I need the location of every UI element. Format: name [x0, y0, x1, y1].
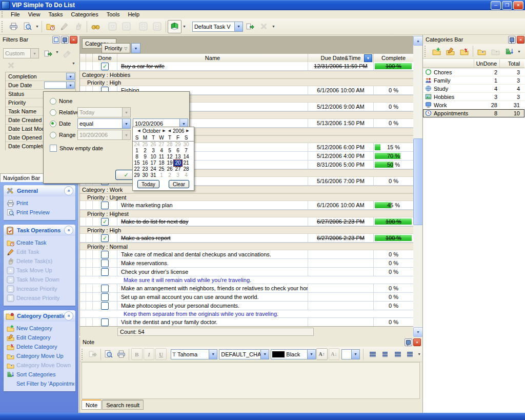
- task-complete-cell[interactable]: 0 %: [374, 177, 413, 185]
- calendar-day-selected[interactable]: 20: [174, 160, 182, 166]
- task-due-date[interactable]: [308, 284, 374, 292]
- calendar-day[interactable]: 3: [149, 148, 157, 154]
- task-complete-cell[interactable]: 100 %: [374, 62, 413, 70]
- menu-tasks[interactable]: Tasks: [44, 11, 67, 18]
- done-checkbox[interactable]: ✓: [101, 63, 109, 70]
- task-due-date[interactable]: 6/1/2006 10:00 AM: [308, 86, 374, 94]
- menu-categories[interactable]: Categories: [67, 11, 103, 18]
- collapse-chevron-icon[interactable]: »: [64, 186, 73, 195]
- priority-group-row[interactable]: Priority : Highest: [80, 210, 413, 217]
- calendar-day[interactable]: 16: [141, 160, 149, 166]
- print-preview-dropdown[interactable]: ▼: [34, 25, 40, 28]
- calendar-day[interactable]: 1: [133, 148, 141, 154]
- calendar-day[interactable]: 14: [182, 154, 190, 160]
- edit-task-button[interactable]: [57, 20, 71, 33]
- category-move-down-button[interactable]: [489, 45, 502, 58]
- radio-relative[interactable]: [50, 109, 56, 116]
- column-done[interactable]: Done: [93, 54, 117, 62]
- delete-task-button[interactable]: [71, 20, 85, 33]
- note-preview-button[interactable]: [103, 348, 115, 361]
- edit-category-button[interactable]: [443, 45, 457, 58]
- task-complete-cell[interactable]: 0 %: [374, 103, 413, 111]
- task-name[interactable]: Make to do list for next day: [117, 217, 308, 226]
- nav-item-task-move-down[interactable]: Task Move Down: [6, 275, 74, 284]
- nav-item-delete-task-s-[interactable]: Delete Task(s): [6, 256, 74, 266]
- scroll-thumb[interactable]: [413, 138, 423, 225]
- nav-item-decrease-priority[interactable]: Decrease Priority: [6, 293, 74, 303]
- prev-month-button[interactable]: ◀: [137, 129, 140, 133]
- calendar-day[interactable]: 4: [157, 148, 166, 154]
- menu-file[interactable]: File: [7, 11, 24, 18]
- calendar-day[interactable]: 15: [133, 160, 141, 166]
- nav-item-create-task[interactable]: Create Task: [6, 238, 74, 247]
- close-filters-button[interactable]: ×: [70, 36, 77, 44]
- italic-button[interactable]: I: [144, 348, 155, 360]
- nav-item-edit-category[interactable]: Edit Category: [6, 333, 74, 342]
- task-row[interactable]: Make an arrangement with neighbors, frie…: [80, 284, 413, 293]
- task-complete-cell[interactable]: 0 %: [374, 284, 413, 292]
- task-due-date[interactable]: [308, 268, 374, 276]
- calendar-day[interactable]: 5: [166, 148, 174, 154]
- restore-button[interactable]: ❐: [502, 1, 512, 10]
- task-name[interactable]: Write marketing plan: [117, 201, 308, 209]
- new-category-button[interactable]: [430, 45, 443, 58]
- nav-item-increase-priority[interactable]: Increase Priority: [6, 284, 74, 293]
- category-row-family[interactable]: Family13: [423, 76, 524, 85]
- note-export-button[interactable]: [86, 348, 98, 361]
- calendar-day[interactable]: 31: [149, 172, 157, 178]
- range-from-combo[interactable]: 10/20/2006 ▼: [77, 130, 131, 140]
- clear-button[interactable]: Clear: [169, 180, 189, 188]
- filter-option-none[interactable]: None: [50, 96, 72, 106]
- close-button[interactable]: ×: [513, 1, 523, 10]
- bullet-list-dropdown[interactable]: ▼: [416, 352, 422, 356]
- menu-help[interactable]: Help: [124, 11, 144, 18]
- calendar-day[interactable]: 11: [157, 154, 166, 160]
- task-due-date[interactable]: 5/12/2006 9:00 AM: [308, 103, 374, 111]
- task-due-date[interactable]: 5/16/2006 7:00 PM: [308, 177, 374, 185]
- task-view-combo[interactable]: Default Task V ▼: [192, 22, 243, 32]
- toolbar-overflow[interactable]: ▼: [71, 62, 76, 65]
- category-group-row[interactable]: Category : Hobbies: [80, 71, 413, 78]
- category-group-row[interactable]: Category : Work: [80, 186, 413, 193]
- task-due-date[interactable]: [308, 302, 374, 310]
- task-name[interactable]: Take care of medical and dental checkups…: [117, 250, 308, 258]
- menu-view[interactable]: View: [24, 11, 45, 18]
- custom-filter-combo[interactable]: Custom ▼: [3, 48, 39, 58]
- calendar-day[interactable]: 6: [174, 148, 182, 154]
- task-complete-cell[interactable]: 0 %: [374, 293, 413, 301]
- apply-view-button[interactable]: [243, 20, 257, 33]
- calendar-day[interactable]: 26: [166, 166, 174, 172]
- radio-range[interactable]: [50, 132, 56, 138]
- calendar-day[interactable]: 27: [174, 166, 182, 172]
- nav-group-header[interactable]: General »: [4, 185, 75, 196]
- task-row[interactable]: Visit the dentist and your family doctor…: [80, 318, 413, 327]
- task-complete-cell[interactable]: 50 %: [374, 161, 413, 169]
- task-complete-cell[interactable]: 45 %: [374, 201, 413, 209]
- task-complete-cell[interactable]: 0 %: [374, 250, 413, 258]
- task-name[interactable]: Make reservations.: [117, 259, 308, 267]
- calendar-day[interactable]: 30: [182, 142, 190, 148]
- calendar-day[interactable]: 2: [166, 172, 174, 178]
- task-complete-cell[interactable]: 0 %: [374, 302, 413, 310]
- task-complete-cell[interactable]: 0 %: [374, 259, 413, 267]
- calendar-day[interactable]: 12: [166, 154, 174, 160]
- calendar-day[interactable]: 24: [149, 166, 157, 172]
- minimize-button[interactable]: ─: [491, 1, 501, 10]
- done-checkbox[interactable]: [101, 251, 109, 258]
- nav-group-header[interactable]: Task Operations »: [4, 225, 75, 236]
- task-complete-cell[interactable]: 100 %: [374, 234, 413, 242]
- task-complete-cell[interactable]: 0 %: [374, 119, 413, 127]
- calendar-day[interactable]: 2: [141, 148, 149, 154]
- decrease-priority-button[interactable]: [136, 20, 150, 33]
- done-checkbox[interactable]: ✓: [101, 234, 109, 242]
- menu-tools[interactable]: Tools: [103, 11, 124, 18]
- task-due-date[interactable]: 5/13/2006 1:50 PM: [308, 119, 374, 127]
- column-due[interactable]: Due Date&Time ▼: [308, 54, 374, 62]
- task-due-date[interactable]: [308, 318, 374, 326]
- radio-none[interactable]: [50, 98, 56, 105]
- calendar-day[interactable]: 4: [182, 172, 190, 178]
- calendar-day[interactable]: 26: [149, 142, 157, 148]
- priority-filter-dropdown[interactable]: ▼: [131, 43, 140, 53]
- category-row-appointments[interactable]: Appointments810: [423, 109, 524, 117]
- task-row[interactable]: ✓Buy a car for wife12/31/2006 11:59 PM10…: [80, 62, 413, 71]
